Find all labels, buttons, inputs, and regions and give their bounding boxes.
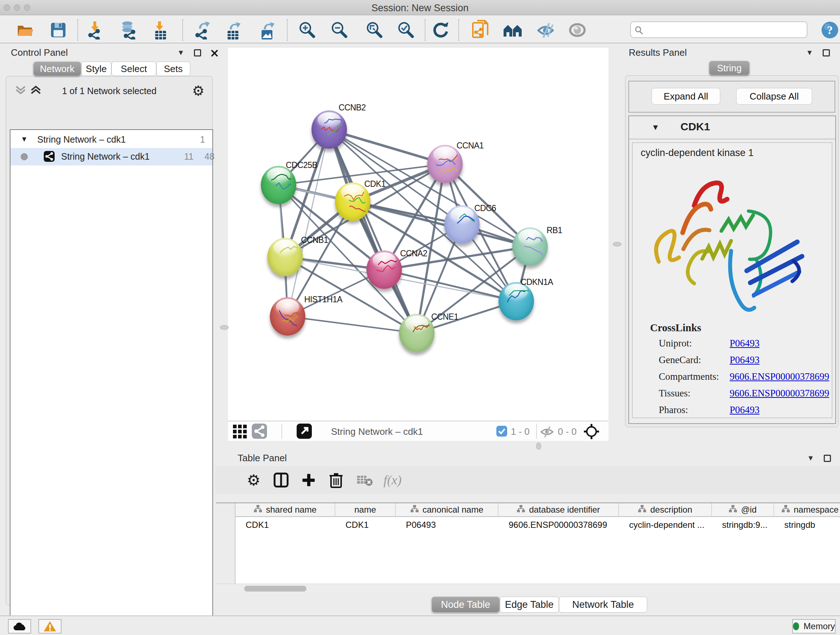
panel-collapse-icon[interactable]: ▼ — [177, 49, 185, 57]
export-image-button[interactable] — [258, 21, 277, 40]
divider — [536, 424, 537, 439]
expand-all-button[interactable]: Expand All — [652, 88, 720, 105]
string-import-button[interactable] — [471, 21, 490, 40]
network-canvas[interactable]: CCNB2CCNA1CDC25BCDK1CDC6RB1CCNB1CCNA2CDK… — [228, 48, 608, 441]
search-input[interactable] — [647, 24, 802, 36]
panel-float-icon[interactable] — [194, 49, 201, 57]
crosslink-label: Pharos: — [659, 404, 688, 415]
panel-collapse-icon[interactable]: ▼ — [806, 49, 813, 57]
node-CCNB2[interactable] — [311, 111, 347, 149]
column-header-description[interactable]: description — [619, 503, 712, 516]
node-HIST1H1A[interactable] — [270, 297, 305, 336]
import-network-file-button[interactable] — [86, 21, 104, 40]
tab-edge-table[interactable]: Edge Table — [500, 597, 559, 613]
cloud-button[interactable] — [8, 619, 31, 633]
section-collapse-icon[interactable]: ▼ — [652, 123, 660, 132]
string-home-button[interactable] — [503, 21, 522, 40]
column-header-canonicalname[interactable]: canonical name — [396, 503, 499, 516]
tab-network-table[interactable]: Network Table — [559, 597, 647, 613]
export-network-icon — [193, 21, 211, 40]
crosslink-link[interactable]: P06493 — [729, 404, 760, 416]
bottom-splitter-handle[interactable] — [536, 442, 541, 450]
table-row[interactable]: CDK1CDK1P064939606.ENSP00000378699cyclin… — [235, 518, 840, 532]
node-label-CDC6: CDC6 — [474, 203, 496, 213]
node-CDC25B[interactable] — [261, 166, 296, 204]
import-table-button[interactable] — [151, 21, 170, 40]
birdseye-grid-icon[interactable] — [233, 424, 247, 439]
gene-section-header[interactable]: ▼ CDK1 — [629, 116, 835, 139]
zoom-out-button[interactable] — [330, 21, 348, 40]
zoom-in-button[interactable] — [297, 21, 316, 40]
node-CCNA2[interactable] — [366, 250, 402, 289]
show-graphics-details-button[interactable] — [568, 21, 587, 40]
edge-CCNB2-HIST1H1A[interactable] — [287, 130, 329, 317]
panel-collapse-icon[interactable]: ▼ — [807, 454, 814, 462]
crosslink-link[interactable]: 9606.ENSP00000378699 — [729, 388, 829, 399]
trash-icon[interactable] — [327, 470, 346, 489]
import-network-icon — [86, 21, 104, 40]
table-cell[interactable]: 9606.ENSP00000378699 — [499, 518, 619, 532]
apply-layout-button[interactable] — [431, 21, 450, 40]
zoom-fit-button[interactable] — [365, 21, 384, 40]
node-RB1[interactable] — [512, 227, 548, 266]
network-collection-row[interactable]: ▼ String Network – cdk1 1 — [11, 132, 212, 148]
selected-checkbox-icon[interactable] — [496, 426, 507, 437]
node-CCNE1[interactable] — [399, 314, 434, 352]
table-cell[interactable]: stringdb — [774, 518, 840, 532]
panel-close-icon[interactable] — [210, 49, 218, 57]
tab-select[interactable]: Select — [111, 62, 156, 76]
edge-CDK1-RB1[interactable] — [353, 202, 530, 247]
column-header-id[interactable]: @id — [712, 503, 774, 516]
open-session-button[interactable] — [16, 21, 35, 40]
column-header-name[interactable]: name — [335, 503, 396, 516]
help-button[interactable]: ? — [821, 21, 839, 40]
string-results-pane: Expand All Collapse All ▼ CDK1 cyclin-de… — [625, 75, 838, 427]
gear-icon[interactable]: ⚙ — [244, 470, 263, 489]
network-row-selected[interactable]: String Network – cdk1 11 48 — [11, 148, 212, 165]
tab-network[interactable]: Network — [33, 62, 81, 76]
node-label-CCNA1: CCNA1 — [456, 141, 484, 150]
columns-icon[interactable] — [272, 470, 291, 489]
tree-expand-icon[interactable]: ▼ — [21, 135, 28, 143]
node-CDKN1A[interactable] — [499, 282, 534, 320]
show-hide-results-button[interactable] — [537, 21, 556, 40]
crosslink-link[interactable]: P06493 — [729, 338, 760, 349]
open-in-window-icon[interactable] — [297, 424, 312, 439]
crosshair-icon[interactable] — [583, 423, 600, 440]
add-icon[interactable] — [299, 470, 318, 489]
import-table-icon — [152, 21, 169, 40]
panel-float-icon[interactable] — [824, 455, 831, 462]
tab-string[interactable]: String — [709, 61, 750, 75]
gene-details: cyclin-dependent kinase 1 — [632, 142, 832, 418]
node-CCNB1[interactable] — [267, 238, 303, 276]
panel-float-icon[interactable] — [823, 49, 830, 57]
table-cell[interactable]: P06493 — [396, 518, 499, 532]
tab-style[interactable]: Style — [81, 62, 111, 76]
save-session-button[interactable] — [49, 21, 68, 40]
table-cell[interactable]: CDK1 — [235, 518, 335, 532]
memory-button[interactable]: Memory — [792, 619, 836, 633]
column-header-namespace[interactable]: namespace — [774, 503, 840, 516]
export-table-button[interactable] — [224, 21, 243, 40]
collapse-all-button[interactable]: Collapse All — [736, 88, 812, 105]
crosslink-link[interactable]: P06493 — [729, 355, 760, 366]
column-header-databaseidentifier[interactable]: database identifier — [499, 503, 619, 516]
edge-HIST1H1A-CCNE1[interactable] — [287, 317, 417, 333]
right-splitter-handle[interactable] — [613, 242, 622, 247]
table-cell[interactable]: CDK1 — [335, 518, 396, 532]
column-header-sharedname[interactable]: shared name — [235, 503, 335, 516]
horizontal-scrollbar[interactable] — [216, 584, 840, 593]
gear-icon[interactable]: ⚙ — [192, 83, 204, 99]
left-splitter-handle[interactable] — [220, 325, 229, 330]
warnings-button[interactable] — [38, 619, 62, 633]
export-network-button[interactable] — [193, 21, 212, 40]
crosslink-link[interactable]: 9606.ENSP00000378699 — [729, 371, 829, 382]
scrollbar-thumb[interactable] — [244, 586, 306, 592]
import-network-database-button[interactable] — [119, 21, 138, 40]
tab-sets[interactable]: Sets — [156, 62, 190, 76]
table-cell[interactable]: cyclin-dependent ... — [619, 518, 712, 532]
tab-node-table[interactable]: Node Table — [431, 597, 500, 613]
network-share-icon[interactable] — [252, 424, 267, 439]
table-cell[interactable]: stringdb:9... — [712, 518, 774, 532]
zoom-selected-button[interactable] — [396, 21, 415, 40]
